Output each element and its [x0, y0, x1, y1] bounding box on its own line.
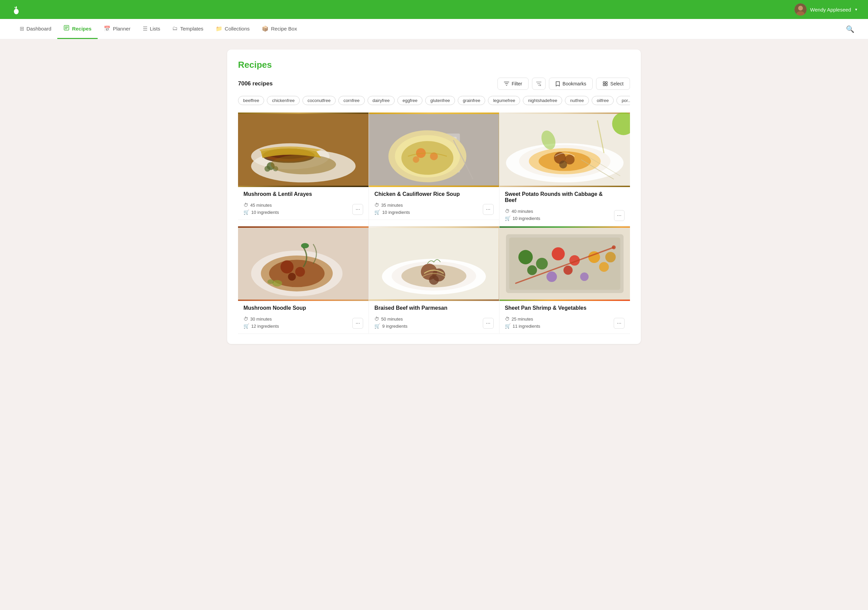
recipe-grid: Mushroom & Lentil Arayes ⏱ 45 minutes 🛒 …	[238, 113, 630, 334]
tag-glutenfree[interactable]: glutenfree	[425, 96, 455, 105]
recipe-visual-6	[499, 226, 630, 301]
recipe-card-1-bottom: Mushroom & Lentil Arayes ⏱ 45 minutes 🛒 …	[238, 187, 369, 220]
planner-icon: 📅	[104, 25, 110, 32]
recipe-meta-4: Mushroom Noodle Soup ⏱ 30 minutes 🛒 12 i…	[243, 305, 306, 329]
clock-icon-6: ⏱	[505, 316, 510, 322]
recipe-more-button-2[interactable]: ···	[483, 204, 494, 215]
clock-icon-1: ⏱	[243, 202, 248, 208]
nav-recipe-box[interactable]: 📦 Recipe Box	[256, 19, 303, 39]
select-button[interactable]: Select	[596, 77, 630, 90]
tag-eggfree[interactable]: eggfree	[397, 96, 423, 105]
recipe-name-5: Braised Beef with Parmesan	[374, 305, 447, 311]
recipe-time-5: ⏱ 50 minutes	[374, 316, 447, 322]
recipe-name-2: Chicken & Cauliflower Rice Soup	[374, 191, 460, 197]
recipe-image-2	[369, 113, 499, 187]
svg-rect-7	[603, 84, 605, 86]
tag-coconutfree[interactable]: coconutfree	[302, 96, 336, 105]
navbar: ⊞ Dashboard Recipes 📅 Planner ☰ Lists 🗂 …	[0, 19, 868, 39]
recipe-time-value-1: 45 minutes	[250, 203, 272, 208]
svg-point-60	[518, 250, 533, 264]
main-content: Recipes 7006 recipes Filter	[220, 39, 648, 354]
bookmarks-button[interactable]: Bookmarks	[549, 77, 593, 90]
recipe-name-3: Sweet Potato Rounds with Cabbage & Beef	[505, 191, 614, 203]
recipe-meta-1: Mushroom & Lentil Arayes ⏱ 45 minutes 🛒 …	[243, 191, 312, 215]
recipe-image-6	[499, 226, 630, 301]
recipe-meta-3: Sweet Potato Rounds with Cabbage & Beef …	[505, 191, 614, 221]
recipe-ingredients-3: 🛒 10 ingredients	[505, 215, 614, 221]
recipe-meta-6: Sheet Pan Shrimp & Vegetables ⏱ 25 minut…	[505, 305, 587, 329]
recipe-ingredients-value-6: 11 ingredients	[513, 324, 541, 329]
nav-templates[interactable]: 🗂 Templates	[166, 19, 209, 39]
svg-point-44	[281, 260, 294, 274]
tags-row: beeffree chickenfree coconutfree cornfre…	[238, 96, 630, 105]
clear-filter-button[interactable]	[532, 77, 546, 90]
recipe-visual-1	[238, 113, 369, 187]
user-menu[interactable]: Wendy Appleseed ▾	[794, 3, 857, 15]
recipe-card-5[interactable]: Braised Beef with Parmesan ⏱ 50 minutes …	[369, 226, 499, 334]
svg-point-61	[536, 258, 548, 270]
svg-point-15	[265, 166, 270, 172]
tag-nutfree[interactable]: nutfree	[565, 96, 589, 105]
nav-recipes[interactable]: Recipes	[57, 19, 98, 39]
recipe-time-4: ⏱ 30 minutes	[243, 316, 306, 322]
filter-button[interactable]: Filter	[498, 77, 529, 90]
svg-point-45	[295, 267, 305, 277]
recipe-card-6[interactable]: Sheet Pan Shrimp & Vegetables ⏱ 25 minut…	[499, 226, 630, 334]
search-icon[interactable]: 🔍	[846, 25, 854, 33]
tag-beeffree[interactable]: beeffree	[238, 96, 264, 105]
recipe-card-3-bottom: Sweet Potato Rounds with Cabbage & Beef …	[499, 187, 630, 226]
nav-dashboard[interactable]: ⊞ Dashboard	[14, 19, 57, 39]
nav-lists[interactable]: ☰ Lists	[136, 19, 166, 39]
recipe-name-1: Mushroom & Lentil Arayes	[243, 191, 312, 197]
recipe-more-button-3[interactable]: ···	[614, 210, 625, 221]
recipe-more-button-6[interactable]: ···	[614, 318, 625, 329]
nav-collections[interactable]: 📁 Collections	[209, 19, 256, 39]
recipe-time-value-4: 30 minutes	[250, 316, 272, 322]
user-chevron-icon: ▾	[855, 7, 857, 12]
recipe-more-button-5[interactable]: ···	[483, 318, 494, 329]
recipe-more-button-4[interactable]: ···	[352, 318, 363, 329]
recipe-image-3	[499, 113, 630, 187]
tag-chickenfree[interactable]: chickenfree	[267, 96, 299, 105]
svg-point-47	[301, 243, 309, 248]
logo-icon	[11, 5, 21, 14]
tag-more[interactable]: por...	[617, 96, 630, 105]
avatar	[794, 3, 807, 15]
recipe-card-2[interactable]: Chicken & Cauliflower Rice Soup ⏱ 35 min…	[369, 113, 499, 226]
tag-nightshadefree[interactable]: nightshadefree	[523, 96, 562, 105]
recipe-card-6-bottom: Sheet Pan Shrimp & Vegetables ⏱ 25 minut…	[499, 301, 630, 334]
recipe-image-5	[369, 226, 499, 301]
recipe-ingredients-4: 🛒 12 ingredients	[243, 323, 306, 329]
clock-icon-5: ⏱	[374, 316, 379, 322]
svg-point-63	[552, 248, 565, 261]
nav-planner-label: Planner	[113, 26, 130, 31]
recipe-image-1	[238, 113, 369, 187]
recipe-time-value-3: 40 minutes	[512, 209, 533, 214]
templates-icon: 🗂	[172, 25, 178, 31]
tag-legumefree[interactable]: legumefree	[488, 96, 520, 105]
svg-rect-5	[603, 82, 605, 84]
recipe-more-button-1[interactable]: ···	[352, 204, 363, 215]
nav-collections-label: Collections	[225, 26, 250, 31]
filter-icon	[504, 81, 509, 87]
tag-cornfree[interactable]: cornfree	[338, 96, 365, 105]
select-label: Select	[610, 81, 623, 87]
tag-dairyfree[interactable]: dairyfree	[367, 96, 395, 105]
svg-point-68	[605, 252, 616, 262]
svg-rect-8	[606, 84, 607, 86]
tag-oilfree[interactable]: oilfree	[592, 96, 614, 105]
nav-planner[interactable]: 📅 Planner	[98, 19, 136, 39]
recipe-card-4-bottom: Mushroom Noodle Soup ⏱ 30 minutes 🛒 12 i…	[238, 301, 369, 334]
recipe-card-1[interactable]: Mushroom & Lentil Arayes ⏱ 45 minutes 🛒 …	[238, 113, 369, 226]
logo[interactable]	[11, 4, 22, 15]
recipe-time-value-5: 50 minutes	[381, 316, 403, 322]
clock-icon-2: ⏱	[374, 202, 379, 208]
nav-recipe-box-label: Recipe Box	[271, 26, 297, 31]
recipe-card-3[interactable]: Sweet Potato Rounds with Cabbage & Beef …	[499, 113, 630, 226]
recipe-name-6: Sheet Pan Shrimp & Vegetables	[505, 305, 587, 311]
recipe-visual-3	[499, 113, 630, 187]
tag-grainfree[interactable]: grainfree	[458, 96, 485, 105]
cart-icon-6: 🛒	[505, 323, 511, 329]
recipe-card-4[interactable]: Mushroom Noodle Soup ⏱ 30 minutes 🛒 12 i…	[238, 226, 369, 334]
dashboard-icon: ⊞	[20, 25, 24, 32]
